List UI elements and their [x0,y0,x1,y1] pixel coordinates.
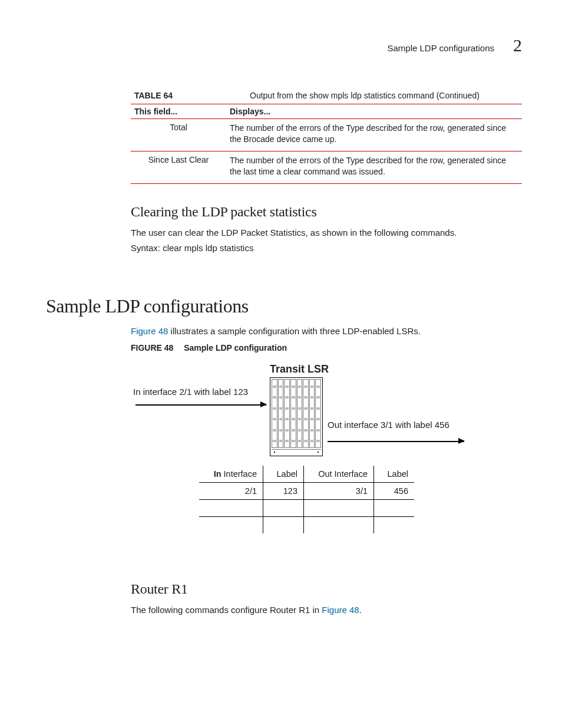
paragraph-router-r1-a: The following commands configure Router … [131,605,322,615]
in-interface-label: In interface 2/1 with label 123 [133,387,248,397]
lsr-empty [374,500,415,517]
paragraph-clearing-ldp: The user can clear the LDP Packet Statis… [131,227,522,239]
lsr-th-out: Out Interface [304,466,374,483]
figure-number: FIGURE 48 [131,343,173,353]
table-64-row2-field: Since Last Clear [131,151,226,183]
lsr-empty [263,500,304,517]
lsr-label-table: In Interface Label Out Interface Label 2… [199,466,414,533]
lsr-empty [374,517,415,534]
table-number: TABLE 64 [131,88,226,104]
paragraph-intro: Figure 48 illustrates a sample configura… [131,325,522,337]
xref-figure-48[interactable]: Figure 48 [131,326,168,336]
lsr-empty [263,517,304,534]
lsr-td-lab1: 123 [263,483,304,500]
content-column: TABLE 64 Output from the show mpls ldp s… [46,88,522,617]
lsr-empty [199,500,263,517]
paragraph-router-r1-b: . [359,605,362,615]
heading-sample-ldp-config: Sample LDP configurations [46,295,522,317]
chapter-number: 2 [513,35,522,55]
out-interface-label: Out interface 3/1 with label 456 [328,420,449,430]
lsr-empty [304,517,374,534]
heading-clearing-ldp: Clearing the LDP packet statistics [131,204,522,220]
xref-figure-48-2[interactable]: Figure 48 [322,605,359,615]
arrow-out [328,441,464,442]
lsr-td-lab2: 456 [374,483,415,500]
page: Sample LDP configurations 2 TABLE 64 Out… [0,0,562,655]
table-64-row1-field: Total [131,119,226,151]
arrowhead-icon [260,401,267,407]
table-64-head-displays: Displays... [226,104,522,119]
table-caption: Output from the show mpls ldp statistics… [226,88,522,104]
table-64-row1-desc: The number of the errors of the Type des… [226,119,522,151]
paragraph-intro-tail: illustrates a sample configuration with … [168,326,421,336]
figure-48-caption: FIGURE 48 Sample LDP configuration [131,343,522,353]
syntax-line: Syntax: clear mpls ldp statistics [131,242,522,254]
lsr-th-lab2: Label [374,466,415,483]
running-header-title: Sample LDP configurations [388,43,495,53]
heading-router-r1: Router R1 [131,581,522,597]
figure-48: Transit LSR In interface 2/1 with label … [131,363,522,558]
lsr-th-in: In Interface [199,466,263,483]
table-64: TABLE 64 Output from the show mpls ldp s… [131,88,522,184]
arrow-in [135,404,266,406]
lsr-empty [304,500,374,517]
lsr-th-lab1: Label [263,466,304,483]
lsr-td-in: 2/1 [199,483,263,500]
lsr-td-out: 3/1 [304,483,374,500]
lsr-empty [199,517,263,534]
arrowhead-icon [458,438,465,444]
table-64-row2-desc: The number of the errors of the Type des… [226,151,522,183]
transit-lsr-label: Transit LSR [270,363,329,375]
paragraph-router-r1: The following commands configure Router … [131,604,522,616]
running-header: Sample LDP configurations 2 [46,35,522,55]
router-chassis-icon [270,377,323,456]
table-64-head-field: This field... [131,104,226,119]
figure-title: Sample LDP configuration [176,343,287,353]
